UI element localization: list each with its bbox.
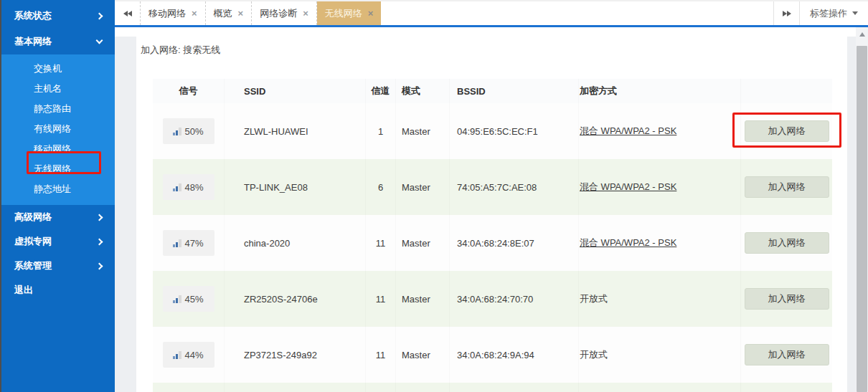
- tab-network-diagnostics[interactable]: 网络诊断 ×: [252, 1, 317, 25]
- sidebar-item-label: 系统状态: [14, 9, 52, 22]
- bssid-cell: 34:0A:68:24:8E:07: [450, 215, 579, 271]
- mode-cell: Master: [396, 215, 450, 271]
- tab-overview[interactable]: 概览 ×: [206, 1, 253, 25]
- encryption-label: 开放式: [580, 348, 608, 361]
- sidebar-item-wired-network[interactable]: 有线网络: [1, 119, 115, 139]
- open-tabs: 移动网络 × 概览 × 网络诊断 × 无线网络 ×: [141, 1, 381, 25]
- sidebar-item-system-status[interactable]: 系统状态: [1, 3, 115, 29]
- signal-percent: 44%: [184, 350, 203, 360]
- sidebar-submenu-basic-network: 交换机 主机名 静态路由 有线网络 移动网络 无线网络 静态地址: [1, 54, 115, 205]
- sidebar: 系统状态 基本网络 交换机 主机名 静态路由 有线网络 移动网络 无线网络 静态…: [0, 0, 115, 392]
- header-action: [741, 79, 832, 103]
- mode-cell: Master: [396, 271, 450, 327]
- bssid-cell: 74:05:A5:7C:AE:08: [450, 159, 579, 215]
- double-left-arrow-icon: [123, 11, 132, 16]
- scrollbar-thumb[interactable]: [857, 46, 867, 392]
- tab-wireless-network-active[interactable]: 无线网络 ×: [317, 1, 382, 25]
- channel-cell: 1: [366, 103, 396, 159]
- channel-cell: 11: [366, 327, 396, 383]
- encryption-link[interactable]: 混合 WPA/WPA2 - PSK: [580, 181, 676, 193]
- sidebar-item-advanced-network[interactable]: 高级网络: [1, 205, 115, 229]
- header-encryption: 加密方式: [579, 79, 741, 103]
- signal-percent: 48%: [184, 182, 203, 193]
- tab-label: 移动网络: [148, 7, 186, 20]
- chevron-right-icon: [96, 214, 103, 221]
- ssid-cell: TP-LINK_AE08: [225, 159, 366, 215]
- table-row: 48% TP-LINK_AE08 6 Master 74:05:A5:7C:AE…: [153, 159, 832, 215]
- table-header-row: 信号 SSID 信道 模式 BSSID 加密方式: [153, 79, 832, 103]
- sidebar-item-vpn[interactable]: 虚拟专网: [1, 229, 115, 254]
- ssid-cell: ZP3721S-249a92: [225, 327, 366, 383]
- double-right-arrow-icon: [783, 11, 791, 16]
- header-mode: 模式: [396, 79, 450, 103]
- sidebar-bottom-group: 高级网络 虚拟专网 系统管理 退出: [1, 205, 115, 302]
- join-network-button[interactable]: 加入网络: [745, 176, 829, 198]
- sidebar-item-system-management[interactable]: 系统管理: [1, 254, 115, 278]
- tab-operations-label: 标签操作: [810, 7, 847, 20]
- sidebar-item-static-address[interactable]: 静态地址: [1, 179, 115, 199]
- scroll-up-arrow-icon: [859, 32, 865, 37]
- tab-scroll-left-button[interactable]: [115, 1, 141, 25]
- sidebar-item-static-route[interactable]: 静态路由: [1, 99, 115, 119]
- sidebar-item-basic-network[interactable]: 基本网络: [1, 29, 115, 54]
- scroll-up-button[interactable]: [856, 27, 868, 42]
- join-network-button[interactable]: 加入网络: [745, 232, 829, 254]
- encryption-link[interactable]: 混合 WPA/WPA2 - PSK: [580, 236, 676, 249]
- chevron-right-icon: [96, 238, 103, 245]
- sidebar-item-wireless-network[interactable]: 无线网络: [1, 159, 115, 179]
- tab-operations-dropdown[interactable]: 标签操作: [799, 1, 868, 25]
- chevron-right-icon: [96, 262, 103, 269]
- caret-down-icon: [852, 11, 858, 15]
- signal-percent: 47%: [184, 238, 203, 249]
- channel-cell: 11: [366, 215, 396, 271]
- sidebar-item-logout[interactable]: 退出: [1, 278, 115, 302]
- join-network-button[interactable]: 加入网络: [745, 120, 829, 142]
- tab-bar-spacer: [381, 1, 773, 25]
- table-row-partial: [153, 383, 832, 392]
- page-title: 加入网络: 搜索无线: [141, 44, 220, 57]
- ssid-cell: ZLWL-HUAWEI: [225, 103, 366, 159]
- left-gutter: [115, 37, 136, 392]
- signal-percent: 50%: [184, 126, 203, 137]
- bssid-cell: 34:0A:68:24:70:70: [450, 271, 579, 327]
- sidebar-item-hostname[interactable]: 主机名: [1, 79, 115, 99]
- signal-strength-badge: 44%: [163, 342, 214, 368]
- tab-bar: 移动网络 × 概览 × 网络诊断 × 无线网络 × 标签操作: [115, 0, 868, 27]
- table-row: 47% china-2020 11 Master 34:0A:68:24:8E:…: [153, 215, 832, 271]
- mode-cell: Master: [396, 159, 450, 215]
- signal-strength-badge: 47%: [163, 230, 214, 256]
- table-row: 50% ZLWL-HUAWEI 1 Master 04:95:E6:5C:EC:…: [153, 103, 832, 159]
- close-icon[interactable]: ×: [238, 8, 244, 19]
- sidebar-item-switch[interactable]: 交换机: [1, 59, 115, 79]
- sidebar-item-label: 虚拟专网: [14, 235, 52, 248]
- header-channel: 信道: [366, 79, 396, 103]
- signal-bars-icon: [173, 350, 184, 359]
- vertical-scrollbar[interactable]: [856, 27, 868, 392]
- ssid-cell: china-2020: [225, 215, 366, 271]
- ssid-cell: ZR2520S-24706e: [225, 271, 366, 327]
- signal-bars-icon: [173, 183, 184, 191]
- bssid-cell: 04:95:E6:5C:EC:F1: [450, 103, 579, 159]
- header-ssid: SSID: [225, 79, 366, 103]
- right-gutter: [847, 37, 856, 392]
- main-area: 移动网络 × 概览 × 网络诊断 × 无线网络 × 标签操作: [115, 0, 868, 392]
- signal-strength-badge: 50%: [163, 118, 214, 144]
- channel-cell: 11: [366, 271, 396, 327]
- table-row: 45% ZR2520S-24706e 11 Master 34:0A:68:24…: [153, 271, 832, 327]
- sidebar-top-group: 系统状态 基本网络: [1, 0, 115, 54]
- close-icon[interactable]: ×: [192, 8, 197, 19]
- content-area: 加入网络: 搜索无线 信号 SSID 信道 模式 BSSID 加密方式: [115, 27, 856, 392]
- tab-mobile-network[interactable]: 移动网络 ×: [141, 1, 206, 25]
- table-row: 44% ZP3721S-249a92 11 Master 34:0A:68:24…: [153, 327, 832, 383]
- mode-cell: Master: [396, 327, 450, 383]
- sidebar-item-mobile-network[interactable]: 移动网络: [1, 139, 115, 159]
- header-signal: 信号: [153, 79, 225, 103]
- join-network-button[interactable]: 加入网络: [745, 344, 829, 365]
- encryption-link[interactable]: 混合 WPA/WPA2 - PSK: [580, 125, 676, 138]
- signal-strength-badge: 48%: [163, 174, 214, 200]
- close-icon[interactable]: ×: [303, 8, 308, 19]
- join-network-button[interactable]: 加入网络: [745, 288, 829, 310]
- signal-bars-icon: [173, 239, 184, 247]
- close-icon[interactable]: ×: [368, 8, 374, 19]
- tab-scroll-right-button[interactable]: [773, 1, 799, 25]
